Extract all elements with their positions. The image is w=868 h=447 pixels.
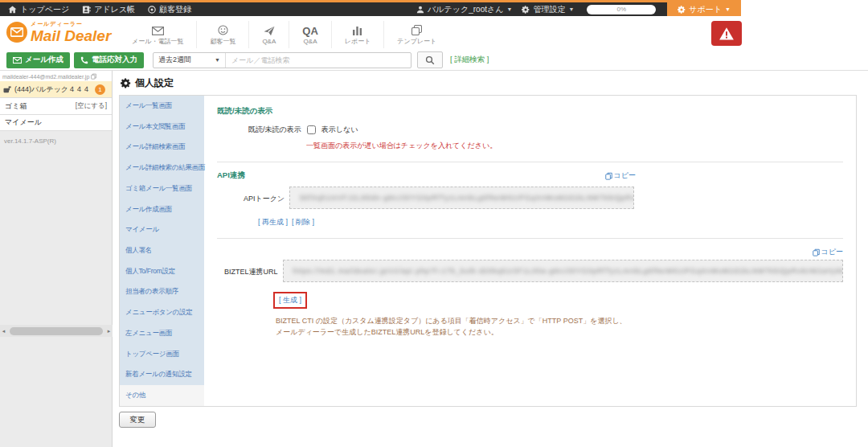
- topbar: トップページ アドレス帳 顧客登録 バルテック_rootさん ▼ 管理設定 ▼ …: [0, 0, 741, 16]
- search-group: 過去2週間 ▼: [153, 52, 411, 68]
- delete-token-link[interactable]: [ 削除 ]: [292, 217, 314, 228]
- regenerate-token-link[interactable]: [ 再生成 ]: [258, 217, 288, 228]
- nav-mail-phone-list[interactable]: メール・電話一覧: [119, 21, 196, 48]
- settings-nav-item-compose[interactable]: メール作成画面: [120, 199, 204, 220]
- settings-nav-item-other[interactable]: その他: [120, 385, 204, 406]
- settings-nav-item-menu-buttons[interactable]: メニューボタンの設定: [120, 302, 204, 323]
- admin-settings-label: 管理設定: [533, 4, 565, 15]
- nav-report[interactable]: レポート: [331, 21, 384, 48]
- home-icon: [8, 6, 17, 14]
- sidebar-horizontal-scrollbar: ◂ ▸: [0, 325, 113, 337]
- support-label: サポート: [689, 4, 722, 15]
- phone-icon: [80, 56, 88, 64]
- nav-label: Q&A: [262, 38, 276, 45]
- user-icon: [416, 6, 424, 14]
- settings-nav-item-detail-search[interactable]: メール詳細検索画面: [120, 137, 204, 158]
- biztel-url-copy-link[interactable]: コピー: [813, 247, 843, 257]
- alert-button[interactable]: [711, 21, 742, 46]
- copy-label: コピー: [614, 170, 636, 181]
- version-text: ver.14.1.7-ASP(R): [0, 131, 112, 151]
- app-logo[interactable]: メールディーラー Mail Dealer: [6, 20, 111, 43]
- scroll-left-arrow[interactable]: ◂: [0, 328, 7, 334]
- compose-mail-button[interactable]: メール作成: [6, 52, 70, 68]
- nav-label: テンプレート: [397, 37, 436, 46]
- topbar-link-customer-register[interactable]: 顧客登録: [148, 4, 191, 15]
- compose-label: メール作成: [25, 55, 63, 65]
- submit-button[interactable]: 変更: [119, 412, 156, 428]
- nav-label: Q&A: [304, 38, 317, 45]
- topbar-link-label: アドレス帳: [94, 4, 135, 15]
- scroll-right-arrow[interactable]: ▸: [105, 328, 113, 334]
- sidebar-item-trash[interactable]: ゴミ箱 [空にする]: [0, 97, 112, 114]
- search-button[interactable]: [417, 51, 443, 68]
- biztel-generate-row: [ 生成 ]: [273, 292, 843, 309]
- nav-qa[interactable]: QA Q&A: [289, 21, 331, 48]
- settings-nav-item-signature[interactable]: 個人署名: [120, 240, 204, 261]
- section-title-api: API連携: [217, 170, 245, 181]
- divider: [217, 238, 843, 239]
- settings-nav-item-mymail[interactable]: マイメール: [120, 219, 204, 240]
- nav-direct-mail[interactable]: Q&A: [248, 21, 289, 48]
- empty-trash-link[interactable]: [空にする]: [76, 101, 107, 111]
- address-book-icon: [82, 6, 91, 14]
- envelope-icon: [13, 57, 22, 64]
- settings-panel: メール一覧画面 メール本文閲覧画面 メール詳細検索画面 メール詳細検索の結果画面…: [119, 95, 857, 407]
- topbar-link-home[interactable]: トップページ: [8, 4, 69, 15]
- user-menu[interactable]: バルテック_rootさん ▼: [416, 4, 512, 15]
- api-section-header: API連携 コピー: [217, 170, 636, 181]
- search-period-select[interactable]: 過去2週間 ▼: [154, 53, 226, 68]
- copy-icon[interactable]: [91, 73, 96, 80]
- mail-dealer-logo-icon: [6, 22, 27, 43]
- chevron-down-icon: ▼: [725, 6, 731, 12]
- topbar-link-address-book[interactable]: アドレス帳: [82, 4, 135, 15]
- hide-read-unread-checkbox[interactable]: [307, 125, 316, 134]
- topbar-link-label: トップページ: [20, 4, 69, 15]
- settings-nav-item-notification[interactable]: 新着メールの通知設定: [120, 365, 204, 386]
- biztel-url-label: BIZTEL連携URL: [224, 260, 278, 277]
- chevron-down-icon: ▼: [568, 6, 574, 12]
- sidebar-mailbox-current[interactable]: (444)バルテック４４４ 1: [0, 81, 112, 97]
- search-period-value: 過去2週間: [158, 55, 191, 65]
- toolbar: メール作成 電話応対入力 過去2週間 ▼ [ 詳細検索 ]: [0, 50, 868, 71]
- scrollbar-thumb[interactable]: [10, 327, 103, 335]
- phone-entry-button[interactable]: 電話応対入力: [74, 52, 144, 68]
- gear-icon: [121, 78, 131, 88]
- nav-template[interactable]: テンプレート: [383, 21, 449, 48]
- read-unread-label: 既読/未読の表示: [248, 125, 301, 135]
- settings-nav-item-detail-search-result[interactable]: メール詳細検索の結果画面: [120, 158, 204, 178]
- settings-nav-item-staff-order[interactable]: 担当者の表示順序: [120, 282, 204, 303]
- bar-chart-icon: [352, 23, 363, 35]
- unread-count-badge: 1: [95, 84, 105, 95]
- api-token-copy-link[interactable]: コピー: [605, 170, 636, 181]
- search-input[interactable]: [226, 56, 411, 64]
- topbar-left: トップページ アドレス帳 顧客登録: [8, 4, 191, 15]
- settings-nav-item-mail-list[interactable]: メール一覧画面: [120, 96, 204, 117]
- topbar-right: バルテック_rootさん ▼ 管理設定 ▼ 0% サポート ▼: [416, 2, 741, 16]
- section-title-read-unread: 既読/未読の表示: [217, 106, 843, 117]
- nav-customer-list[interactable]: 顧客一覧: [196, 21, 248, 48]
- biztel-copy-row: コピー: [217, 247, 843, 257]
- chevron-down-icon: ▼: [506, 6, 512, 12]
- mailbox-name: (444)バルテック４４４: [14, 84, 90, 95]
- sidebar-item-mymail[interactable]: マイメール: [0, 114, 112, 131]
- account-email: maildealer-444@md2.maildealer.jp: [0, 71, 112, 81]
- settings-nav-item-trash-list[interactable]: ゴミ箱メール一覧画面: [120, 178, 204, 199]
- generate-url-link[interactable]: [ 生成 ]: [279, 296, 301, 304]
- template-icon: [411, 23, 422, 35]
- usage-meter: 0%: [587, 5, 656, 14]
- support-button[interactable]: サポート ▼: [667, 2, 741, 16]
- settings-nav-item-tofrom[interactable]: 個人To/From設定: [120, 261, 204, 282]
- logo-text: Mail Dealer: [31, 28, 111, 43]
- api-token-row: APIトークン 50fXqh1mVFJ2L9Ddn-g8nJ30YG0pRfTy…: [244, 187, 843, 209]
- settings-nav-item-top-page[interactable]: トップページ画面: [120, 344, 204, 365]
- advanced-search-link[interactable]: [ 詳細検索 ]: [450, 55, 489, 65]
- account-email-text: maildealer-444@md2.maildealer.jp: [2, 74, 89, 80]
- warning-triangle-icon: [719, 27, 735, 41]
- api-token-field: 50fXqh1mVFJ2L9Ddn-g8nJ30YG0pRfTyzLmnbLg6…: [289, 187, 634, 209]
- api-token-label: APIトークン: [244, 187, 285, 204]
- settings-nav-item-mail-body[interactable]: メール本文閲覧画面: [120, 117, 204, 137]
- settings-nav-item-left-menu[interactable]: 左メニュー画面: [120, 323, 204, 344]
- qa-icon: QA: [302, 24, 318, 36]
- page-title: 個人設定: [121, 76, 174, 90]
- admin-settings-menu[interactable]: 管理設定 ▼: [522, 4, 574, 15]
